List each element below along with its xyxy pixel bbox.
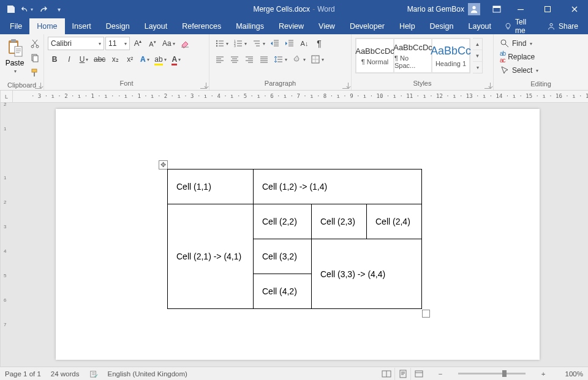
tell-me-button[interactable]: Tell me	[499, 18, 540, 35]
shading-button[interactable]: ▾	[290, 53, 307, 66]
undo-button[interactable]: ▾	[21, 3, 33, 15]
borders-button[interactable]: ▾	[309, 53, 326, 66]
text-effects-button[interactable]: A▾	[138, 53, 151, 66]
cut-button[interactable]	[28, 37, 42, 50]
paste-button[interactable]: Paste ▾	[4, 37, 26, 75]
view-read-mode[interactable]	[379, 368, 394, 380]
bullets-button[interactable]: ▾	[213, 37, 230, 50]
superscript-button[interactable]: x²	[123, 53, 137, 66]
table-cell[interactable]: Cell (2,3)	[312, 204, 367, 239]
tab-insert[interactable]: Insert	[65, 18, 99, 34]
numbering-button[interactable]: 123▾	[232, 37, 249, 50]
styles-scroll[interactable]: ▲ ▼ ▾	[473, 38, 483, 73]
align-left-button[interactable]	[213, 53, 227, 66]
style-no-spacing[interactable]: AaBbCcDc ¶ No Spac...	[394, 39, 432, 73]
zoom-slider-knob[interactable]	[502, 370, 507, 377]
shrink-font-button[interactable]: A▾	[146, 37, 159, 50]
table-cell[interactable]: Cell (2,4)	[367, 204, 422, 239]
tab-layout[interactable]: Layout	[137, 18, 175, 34]
style-normal[interactable]: AaBbCcDc ¶ Normal	[356, 39, 394, 73]
table-cell[interactable]: Cell (2,1) -> (4,1)	[168, 204, 254, 309]
styles-expand[interactable]: ▾	[473, 62, 482, 73]
clear-formatting-button[interactable]	[178, 37, 192, 50]
horizontal-ruler[interactable]: · 3 · ı · 2 · ı · 1 · ı · · ı · 1 · ı · …	[13, 91, 588, 102]
table-resize-handle[interactable]	[422, 310, 430, 318]
tab-home[interactable]: Home	[29, 18, 64, 34]
tab-references[interactable]: References	[175, 18, 228, 34]
save-button[interactable]	[5, 3, 17, 15]
status-page[interactable]: Page 1 of 1	[5, 370, 41, 378]
table-cell[interactable]: Cell (3,2)	[254, 239, 312, 274]
bold-button[interactable]: B	[48, 53, 61, 66]
multilevel-list-button[interactable]: ▾	[250, 37, 267, 50]
table-cell[interactable]: Cell (1,1)	[168, 170, 254, 204]
zoom-slider[interactable]	[458, 373, 526, 374]
show-marks-button[interactable]: ¶	[312, 37, 326, 50]
table-cell[interactable]: Cell (1,2) -> (1,4)	[254, 170, 422, 204]
highlight-button[interactable]: ab▾	[153, 53, 168, 66]
zoom-out-button[interactable]: −	[436, 370, 445, 378]
increase-indent-button[interactable]	[283, 37, 296, 50]
styles-dialog-launcher[interactable]	[484, 83, 491, 89]
maximize-button[interactable]	[534, 0, 561, 18]
minimize-button[interactable]	[507, 0, 534, 18]
ribbon-display-options-button[interactable]	[486, 0, 507, 18]
copy-button[interactable]	[28, 51, 42, 65]
document-table[interactable]: Cell (1,1) Cell (1,2) -> (1,4) Cell (2,1…	[167, 169, 422, 309]
styles-scroll-up[interactable]: ▲	[473, 39, 482, 50]
status-proofing[interactable]	[89, 370, 98, 378]
font-size-combo[interactable]: 11▾	[105, 37, 130, 50]
style-heading1[interactable]: AaBbCc Heading 1	[432, 39, 470, 73]
find-button[interactable]: Find▾	[497, 37, 535, 50]
view-print-layout[interactable]	[394, 368, 410, 380]
align-center-button[interactable]	[228, 53, 241, 66]
format-painter-button[interactable]	[28, 66, 42, 80]
tab-review[interactable]: Review	[271, 18, 311, 34]
tab-design[interactable]: Design	[99, 18, 137, 34]
styles-gallery[interactable]: AaBbCcDc ¶ Normal AaBbCcDc ¶ No Spac... …	[355, 38, 470, 73]
select-button[interactable]: Select▾	[497, 64, 541, 77]
tab-file[interactable]: File	[2, 18, 29, 34]
underline-button[interactable]: U▾	[77, 53, 91, 66]
sort-button[interactable]: A↓	[298, 37, 311, 50]
table-cell[interactable]: Cell (4,2)	[254, 274, 312, 309]
user-account[interactable]: Mario at GemBox	[401, 3, 486, 15]
table-move-handle[interactable]: ✥	[159, 160, 168, 170]
align-right-button[interactable]	[243, 53, 256, 66]
grow-font-button[interactable]: A▴	[131, 37, 145, 50]
tab-selector[interactable]: L	[1, 91, 13, 102]
view-web-layout[interactable]	[410, 368, 426, 380]
share-button[interactable]: Share	[542, 22, 583, 31]
italic-button[interactable]: I	[62, 53, 76, 66]
page[interactable]: ✥ Cell (1,1) Cell (1,2) -> (1,4) Cell (2…	[56, 109, 540, 360]
tab-table-layout[interactable]: Layout	[461, 18, 499, 34]
strikethrough-button[interactable]: abc	[92, 53, 107, 66]
tab-view[interactable]: View	[311, 18, 342, 34]
subscript-button[interactable]: x₂	[108, 53, 122, 66]
qat-customize-button[interactable]: ▾	[53, 3, 65, 15]
font-dialog-launcher[interactable]	[200, 83, 206, 89]
line-spacing-button[interactable]: ▾	[272, 53, 289, 66]
justify-button[interactable]	[257, 53, 271, 66]
tab-mailings[interactable]: Mailings	[228, 18, 271, 34]
tab-help[interactable]: Help	[392, 18, 423, 34]
font-name-combo[interactable]: Calibri▾	[48, 37, 104, 50]
status-word-count[interactable]: 24 words	[51, 370, 80, 378]
tab-developer[interactable]: Developer	[342, 18, 392, 34]
zoom-level[interactable]: 100%	[557, 370, 583, 378]
zoom-in-button[interactable]: +	[539, 370, 548, 378]
paragraph-dialog-launcher[interactable]	[342, 83, 349, 89]
change-case-button[interactable]: Aa▾	[160, 37, 177, 50]
status-language[interactable]: English (United Kingdom)	[108, 370, 187, 378]
table-cell[interactable]: Cell (3,3) -> (4,4)	[312, 239, 422, 309]
decrease-indent-button[interactable]	[268, 37, 282, 50]
close-button[interactable]	[561, 0, 588, 18]
redo-button[interactable]	[37, 3, 49, 15]
document-area[interactable]: ✥ Cell (1,1) Cell (1,2) -> (1,4) Cell (2…	[1, 103, 588, 367]
table-cell[interactable]: Cell (2,2)	[254, 204, 312, 239]
clipboard-dialog-launcher[interactable]	[35, 83, 41, 89]
font-color-button[interactable]: A▾	[170, 53, 183, 66]
replace-button[interactable]: abac Replace	[497, 50, 537, 64]
tab-table-design[interactable]: Design	[423, 18, 461, 34]
styles-scroll-down[interactable]: ▼	[473, 50, 482, 62]
